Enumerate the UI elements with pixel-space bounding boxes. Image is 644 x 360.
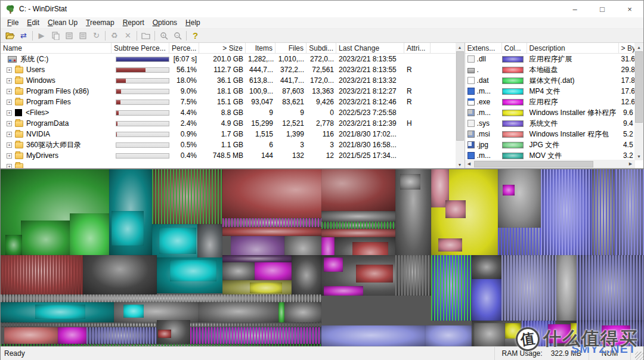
recycle-delete-icon[interactable]: ♻ — [107, 29, 121, 42]
treemap-block[interactable] — [431, 255, 472, 321]
extension-row[interactable]: .dll应用程序扩展31.6 — [465, 54, 634, 64]
ext-column-header-3[interactable]: > By... — [619, 43, 636, 54]
treemap-block[interactable] — [321, 169, 395, 211]
reload-icon[interactable]: ↻ — [89, 29, 103, 42]
treemap-block[interactable] — [159, 228, 196, 254]
table-row[interactable]: +Users56.1%112.7 GB444,7...372,2...72,56… — [1, 64, 456, 75]
treemap-block[interactable] — [278, 302, 284, 322]
overview-doc2-icon[interactable] — [76, 29, 89, 42]
treemap-block[interactable] — [501, 255, 556, 321]
treemap-block[interactable] — [222, 218, 321, 227]
treemap-block[interactable] — [222, 169, 321, 218]
ext-column-header-0[interactable]: Extens... — [465, 43, 502, 54]
treemap-block[interactable] — [1, 294, 321, 302]
menu-treemap[interactable]: Treemap — [82, 18, 119, 27]
table-row[interactable]: +MyDrivers0.4%748.5 MB144132122021/5/25 … — [1, 150, 456, 161]
treemap-block[interactable] — [503, 185, 515, 195]
treemap-block[interactable] — [1, 255, 83, 294]
treemap-block[interactable] — [190, 327, 321, 344]
treemap-block[interactable] — [158, 330, 171, 338]
table-row[interactable]: +360驱动大师目录0.5%1.1 GB6332021/8/30 16:58..… — [1, 139, 456, 150]
treemap-block[interactable] — [400, 174, 420, 190]
expand-toggle-icon[interactable]: + — [7, 78, 12, 83]
expand-toggle-icon[interactable]: + — [7, 100, 12, 105]
minimize-button[interactable]: – — [561, 1, 589, 17]
extension-row[interactable]: .m...MP4 文件17.6 — [465, 86, 634, 97]
treemap-block[interactable] — [222, 262, 255, 280]
treemap-block[interactable] — [255, 262, 292, 280]
column-header-2[interactable]: Perce... — [169, 43, 199, 54]
open-folder-icon[interactable] — [3, 29, 17, 42]
treemap-block[interactable] — [83, 255, 157, 294]
expand-toggle-icon[interactable]: + — [7, 110, 12, 116]
directory-list-vscrollbar[interactable]: ▲ ▼ — [456, 43, 465, 168]
column-header-1[interactable]: Subtree Perce... — [112, 43, 169, 54]
resize-grip[interactable] — [635, 352, 643, 360]
table-row[interactable]: +Windows18.0%36.1 GB613,8...441,7...172,… — [1, 75, 456, 86]
treemap-block[interactable] — [556, 255, 577, 321]
treemap-block[interactable] — [321, 211, 395, 222]
treemap-block[interactable] — [250, 283, 282, 293]
treemap-block[interactable] — [170, 260, 216, 281]
folder-outline-icon[interactable] — [139, 29, 153, 42]
column-header-0[interactable]: Name — [1, 43, 112, 54]
treemap-block[interactable] — [5, 235, 22, 255]
menu-edit[interactable]: Edit — [23, 18, 44, 27]
treemap-block[interactable] — [21, 221, 71, 255]
treemap-block[interactable] — [498, 169, 541, 228]
column-header-3[interactable]: > Size — [199, 43, 246, 54]
treemap-block[interactable] — [321, 229, 395, 237]
treemap-block[interactable] — [324, 286, 363, 296]
table-row[interactable]: +<Files>4.4%8.8 GB9902022/5/23 7:25:58 — [1, 107, 456, 118]
delete-icon[interactable]: ✕ — [121, 29, 135, 42]
treemap-block[interactable] — [577, 255, 644, 321]
treemap-block[interactable] — [112, 211, 144, 246]
scroll-down-icon[interactable]: ▼ — [634, 152, 643, 160]
expand-toggle-icon[interactable]: + — [7, 89, 12, 94]
close-button[interactable]: × — [616, 1, 643, 17]
extension-list-hscrollbar[interactable]: ◀ ▶ — [465, 160, 635, 168]
treemap-block[interactable] — [199, 302, 278, 322]
treemap-block[interactable] — [321, 325, 425, 346]
treemap-block[interactable] — [152, 169, 222, 224]
expand-toggle-icon[interactable]: + — [7, 132, 12, 137]
treemap-block[interactable] — [505, 323, 521, 339]
treemap-block[interactable] — [548, 324, 571, 343]
scroll-down-icon[interactable]: ▼ — [456, 160, 465, 168]
treemap-block[interactable] — [324, 257, 343, 272]
treemap-block[interactable] — [284, 302, 321, 322]
treemap-block[interactable] — [222, 255, 292, 262]
menu-file[interactable]: File — [3, 18, 23, 27]
treemap-block[interactable] — [123, 305, 144, 318]
overview-doc-icon[interactable] — [62, 29, 76, 42]
scroll-left-icon[interactable]: ◀ — [465, 162, 473, 166]
extension-row[interactable]: .dat媒体文件(.dat)17.8 — [465, 75, 634, 86]
extension-row[interactable]: .m...Windows Installer 修补程序9.6 — [465, 107, 634, 118]
table-row[interactable]: +Program Files (x86)9.0%18.1 GB100,9...8… — [1, 86, 456, 97]
expand-toggle-icon[interactable]: + — [7, 164, 12, 169]
column-header-5[interactable]: Files — [275, 43, 306, 54]
treemap-block[interactable] — [472, 255, 501, 279]
scroll-up-icon[interactable]: ▲ — [634, 43, 643, 51]
treemap-block[interactable] — [321, 222, 395, 229]
scrollbar-thumb[interactable] — [635, 51, 643, 123]
run-icon[interactable]: ▶ — [35, 29, 48, 42]
expand-toggle-icon[interactable]: + — [7, 67, 12, 73]
table-row[interactable]: +ProgramData2.4%4.9 GB15,29912,5212,7782… — [1, 118, 456, 129]
treemap-block[interactable] — [474, 323, 505, 346]
treemap-block[interactable] — [70, 213, 109, 255]
treemap-block[interactable] — [222, 227, 321, 236]
refresh-selected-icon[interactable]: ⇄ — [17, 29, 30, 42]
scroll-up-icon[interactable]: ▲ — [456, 43, 465, 51]
scrollbar-thumb[interactable] — [474, 161, 593, 167]
treemap-block[interactable] — [4, 327, 58, 344]
table-row[interactable]: + — [1, 161, 456, 168]
treemap-block[interactable] — [395, 255, 431, 296]
menu-help[interactable]: Help — [181, 18, 205, 27]
treemap-block[interactable] — [616, 169, 644, 260]
extension-list-vscrollbar[interactable]: ▲ ▼ — [634, 43, 643, 160]
extension-row[interactable]: .msiWindows Installer 程序包5.2 — [465, 129, 634, 139]
table-row[interactable]: +NVIDIA0.9%1.7 GB1,5151,3991162021/8/30 … — [1, 129, 456, 139]
treemap-block[interactable] — [86, 327, 157, 344]
expand-toggle-icon[interactable]: + — [7, 153, 12, 159]
